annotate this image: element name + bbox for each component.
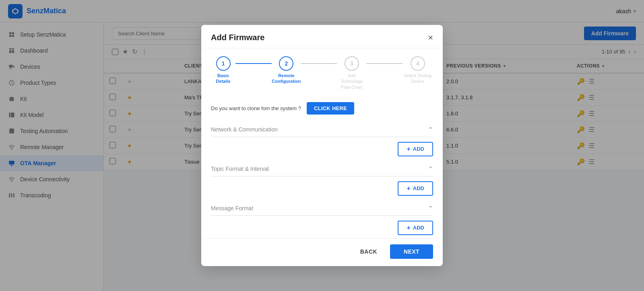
step-label-4: Select Testing Device xyxy=(402,73,433,84)
step-circle-3: 3 xyxy=(345,56,359,71)
accordion-header-topic[interactable]: Topic Format & Interval ⌃ xyxy=(211,161,433,176)
add-button-message[interactable]: + ADD xyxy=(398,221,433,235)
click-here-button[interactable]: CLICK HERE xyxy=(307,102,354,115)
add-label-network: ADD xyxy=(413,146,424,152)
step-1: 1Basic Details xyxy=(211,56,272,84)
step-circle-2: 2 xyxy=(279,56,293,71)
step-item-3: 3Add Technology Flow Chart xyxy=(337,56,366,90)
accordion-body-message: + ADD xyxy=(211,216,433,237)
modal-overlay: Add Firmware × 1Basic Details2Remote Con… xyxy=(0,0,644,291)
add-firmware-modal: Add Firmware × 1Basic Details2Remote Con… xyxy=(201,25,443,266)
add-label-message: ADD xyxy=(413,225,424,231)
step-item-4: 4Select Testing Device xyxy=(402,56,433,84)
plus-icon: + xyxy=(407,146,410,153)
step-line-3 xyxy=(366,63,402,64)
step-item-2: 2Remote Configuration xyxy=(272,56,301,84)
accordion-section-network: Network & Communication ⌃ + ADD xyxy=(211,122,433,158)
step-2: 2Remote Configuration xyxy=(272,56,337,84)
step-3: 3Add Technology Flow Chart xyxy=(337,56,402,90)
step-label-3: Add Technology Flow Chart xyxy=(337,73,366,90)
step-label-1: Basic Details xyxy=(211,73,235,84)
accordion-container: Network & Communication ⌃ + ADD Topic Fo… xyxy=(211,122,433,237)
accordion-body-network: + ADD xyxy=(211,137,433,158)
chevron-up-icon: ⌃ xyxy=(428,165,433,173)
modal-title: Add Firmware xyxy=(211,33,264,42)
add-button-network[interactable]: + ADD xyxy=(398,142,433,156)
modal-footer: BACK NEXT xyxy=(201,238,443,266)
accordion-section-message: Message Format ⌃ + ADD xyxy=(211,201,433,237)
clone-question: Do you want to clone fom the system ? xyxy=(211,105,301,111)
step-circle-4: 4 xyxy=(411,56,425,71)
accordion-title-message: Message Format xyxy=(211,205,253,211)
back-button[interactable]: BACK xyxy=(353,245,384,258)
stepper: 1Basic Details2Remote Configuration3Add … xyxy=(201,48,443,96)
step-circle-1: 1 xyxy=(216,56,231,71)
step-4: 4Select Testing Device xyxy=(402,56,433,84)
step-line-1 xyxy=(235,63,272,64)
modal-body: Do you want to clone fom the system ? CL… xyxy=(201,96,443,238)
chevron-up-icon: ⌃ xyxy=(428,126,433,133)
close-button[interactable]: × xyxy=(428,33,433,42)
accordion-section-topic: Topic Format & Interval ⌃ + ADD xyxy=(211,161,433,197)
step-label-2: Remote Configuration xyxy=(272,73,301,84)
accordion-header-message[interactable]: Message Format ⌃ xyxy=(211,201,433,216)
plus-icon: + xyxy=(407,185,410,192)
add-label-topic: ADD xyxy=(413,185,424,191)
accordion-header-network[interactable]: Network & Communication ⌃ xyxy=(211,122,433,137)
step-item-1: 1Basic Details xyxy=(211,56,235,84)
chevron-up-icon: ⌃ xyxy=(428,205,433,212)
plus-icon: + xyxy=(407,224,410,232)
clone-row: Do you want to clone fom the system ? CL… xyxy=(211,102,433,115)
accordion-title-topic: Topic Format & Interval xyxy=(211,166,269,172)
add-button-topic[interactable]: + ADD xyxy=(398,181,433,196)
next-button[interactable]: NEXT xyxy=(390,244,433,259)
step-line-2 xyxy=(301,63,337,64)
accordion-body-topic: + ADD xyxy=(211,176,433,197)
modal-header: Add Firmware × xyxy=(201,25,443,48)
accordion-title-network: Network & Communication xyxy=(211,126,278,133)
